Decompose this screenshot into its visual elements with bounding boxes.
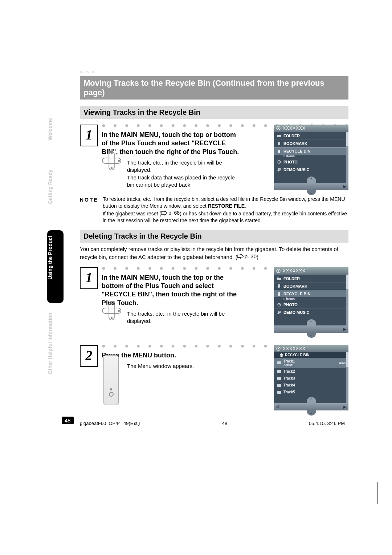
step-b2: ● ● ● ● ● ● ● ● ● ● ● ● ● ● ● ● ● ● ● ● … (80, 342, 348, 415)
step-b1: ● ● ● ● ● ● ● ● ● ● ● ● ● ● ● ● ● ● ● ● … (80, 264, 348, 337)
device-footer: ⌃ ▶ ⌄ (274, 183, 348, 190)
svg-point-12 (111, 317, 113, 319)
track-icon (277, 361, 281, 365)
menu-item-recycle-bin-sub: 5 items (274, 297, 348, 301)
device-title: XXXXXXX (283, 268, 306, 274)
svg-point-3 (111, 167, 113, 169)
list-header-recycle-bin: 🗑RECYCLE BIN (274, 352, 348, 358)
svg-rect-23 (277, 384, 281, 387)
bookmark-icon (277, 284, 281, 288)
section-b-intro: You can completely remove tracks or play… (80, 246, 348, 261)
menu-item-recycle-bin: RECYCLE BIN (283, 292, 311, 296)
svg-point-13 (118, 310, 120, 311)
track-row: Track1Artist14:48 (274, 358, 348, 368)
step-b2-title: Press the MENU button. (102, 351, 243, 360)
chevron-down-icon: ⌄ (307, 410, 316, 416)
note-block: NOTE To restore tracks, etc., from the r… (80, 196, 348, 224)
device-side-view (103, 355, 119, 405)
trash-icon (277, 149, 281, 153)
ornament-dots: ○ ○ ○ (80, 69, 348, 75)
svg-point-17 (279, 304, 280, 305)
menu-item-recycle-bin-sub: 5 items (274, 154, 348, 158)
menu-item-photo: PHOTO (283, 160, 298, 164)
menu-button-ring-icon (109, 392, 114, 397)
folder-icon (277, 134, 281, 138)
device-screen-recycle-bin-menu-1: XXXXXXX FOLDER BOOKMARK RECYCLE BIN 5 it… (274, 125, 348, 190)
footer-timestamp: 05.4.15, 3:46 PM (309, 421, 345, 426)
crop-mark-top-left (40, 51, 62, 73)
play-indicator-icon: ▶ (343, 327, 346, 332)
crop-mark-bottom-right (355, 482, 377, 504)
svg-point-8 (279, 162, 280, 163)
gigabeat-logo-icon (276, 347, 281, 351)
gigabeat-logo-icon (276, 126, 281, 130)
track-row: Track4 (274, 382, 348, 389)
track-row: Track5 (274, 389, 348, 396)
bookmark-icon (277, 141, 281, 146)
svg-rect-22 (277, 377, 281, 380)
folder-icon (277, 276, 281, 281)
track-row: Track3 (274, 375, 348, 382)
gigabeat-logo-icon (276, 269, 281, 273)
page-number: 48 (62, 417, 74, 424)
menu-item-folder: FOLDER (283, 134, 300, 138)
track-icon (277, 383, 281, 388)
section-heading-view: Viewing Tracks in the Recycle Bin (80, 106, 348, 119)
device-footer: ⌃ ⇄ ▶ ⌄ (274, 403, 348, 410)
menu-item-recycle-bin: RECYCLE BIN (283, 149, 311, 153)
note-label: NOTE (80, 196, 98, 224)
track-row: Track2 (274, 368, 348, 375)
menu-item-bookmark: BOOKMARK (283, 141, 307, 146)
play-indicator-icon: ▶ (343, 405, 346, 409)
footer-filename: gigabeatF60_OP44_49(E)â¸î (80, 421, 140, 426)
svg-rect-24 (277, 391, 281, 394)
menu-item-demo-music: DEMO MUSIC (283, 310, 310, 315)
device-screen-track-list: XXXXXXX 🗑RECYCLE BIN Track1Artist14:48 T… (274, 345, 348, 410)
step-a1-desc1: The track, etc., in the recycle bin will… (127, 159, 243, 174)
plus-touch-icon (102, 151, 122, 171)
tab-using-the-product: Using the Product (47, 230, 64, 303)
trash-icon (277, 292, 281, 296)
music-icon (277, 310, 281, 315)
random-icon: ⇄ (276, 405, 279, 409)
tab-getting-ready: Getting Ready (47, 164, 64, 226)
section-heading-delete: Deleting Tracks in the Recycle Bin (80, 230, 348, 243)
step-number-1: 1 (80, 125, 98, 146)
step-b1-title: In the MAIN MENU, touch the top or the b… (102, 274, 243, 308)
device-scrollbar (346, 352, 348, 403)
step-number-2: 2 (80, 345, 98, 367)
svg-point-15 (278, 270, 279, 272)
page-ref-icon: p. 68 (161, 210, 180, 216)
track-icon (277, 369, 281, 374)
tab-other-helpful-information: Other Helpful Information (47, 307, 64, 398)
step-a1: ● ● ● ● ● ● ● ● ● ● ● ● ● ● ● ● ● ● ● ● … (80, 122, 348, 191)
play-indicator-icon: ▶ (343, 184, 346, 189)
menu-item-folder: FOLDER (283, 276, 300, 281)
device-scrollbar (346, 275, 348, 325)
svg-point-11 (111, 303, 113, 304)
step-number-1: 1 (80, 267, 98, 289)
chevron-down-icon: ⌄ (307, 190, 316, 195)
menu-button-icon (110, 388, 112, 390)
step-a1-desc2: The track data that was placed in the re… (127, 174, 243, 189)
chevron-down-icon: ⌄ (307, 333, 316, 338)
print-footer: gigabeatF60_OP44_49(E)â¸î 48 05.4.15, 3:… (80, 421, 345, 426)
plus-touch-icon (102, 301, 122, 321)
step-a1-title: In the MAIN MENU, touch the top or botto… (102, 131, 243, 156)
device-scrollbar (346, 132, 348, 183)
section-tabs: Welcome Getting Ready Using the Product … (47, 113, 64, 392)
menu-item-photo: PHOTO (283, 303, 298, 307)
page-title: Moving Tracks to the Recycle Bin (Contin… (80, 76, 348, 100)
svg-rect-20 (277, 361, 281, 364)
footer-page: 48 (222, 421, 227, 426)
svg-point-2 (111, 153, 113, 154)
device-title: XXXXXXX (283, 126, 306, 131)
svg-rect-21 (277, 370, 281, 373)
step-b1-desc: The tracks, etc., in the recycle bin wil… (127, 310, 243, 325)
note-text: To restore tracks, etc., from the recycl… (103, 196, 348, 224)
music-icon (277, 167, 281, 172)
step-b2-desc: The Menu window appears. (127, 362, 243, 370)
menu-item-bookmark: BOOKMARK (283, 284, 307, 288)
photo-icon (277, 160, 281, 164)
menu-item-demo-music: DEMO MUSIC (283, 167, 310, 172)
